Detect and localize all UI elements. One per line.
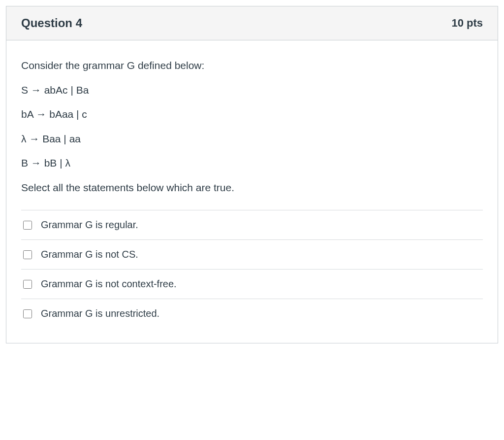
option-label-2[interactable]: Grammar G is not CS. bbox=[41, 249, 138, 260]
question-header: Question 4 10 pts bbox=[6, 6, 498, 40]
question-points: 10 pts bbox=[451, 17, 483, 30]
option-label-3[interactable]: Grammar G is not context-free. bbox=[41, 278, 177, 290]
option-label-1[interactable]: Grammar G is regular. bbox=[41, 219, 138, 231]
option-checkbox-4[interactable] bbox=[23, 309, 32, 318]
option-row: Grammar G is regular. bbox=[21, 210, 483, 239]
option-checkbox-1[interactable] bbox=[23, 221, 32, 230]
grammar-rule-1: S → abAc | Ba bbox=[21, 82, 483, 98]
option-row: Grammar G is unrestricted. bbox=[21, 299, 483, 328]
question-body: Consider the grammar G defined below: S … bbox=[6, 40, 498, 343]
option-checkbox-3[interactable] bbox=[23, 280, 32, 289]
options-container: Grammar G is regular. Grammar G is not C… bbox=[21, 210, 483, 328]
option-row: Grammar G is not CS. bbox=[21, 239, 483, 269]
prompt-instruction: Select all the statements below which ar… bbox=[21, 180, 483, 196]
question-card: Question 4 10 pts Consider the grammar G… bbox=[6, 6, 498, 343]
grammar-rule-4: B → bB | λ bbox=[21, 155, 483, 171]
grammar-rule-2: bA → bAaa | c bbox=[21, 106, 483, 122]
question-title: Question 4 bbox=[21, 16, 82, 30]
grammar-rule-3: λ → Baa | aa bbox=[21, 131, 483, 147]
prompt-intro: Consider the grammar G defined below: bbox=[21, 58, 483, 73]
option-label-4[interactable]: Grammar G is unrestricted. bbox=[41, 308, 159, 319]
option-checkbox-2[interactable] bbox=[23, 250, 32, 259]
option-row: Grammar G is not context-free. bbox=[21, 269, 483, 299]
